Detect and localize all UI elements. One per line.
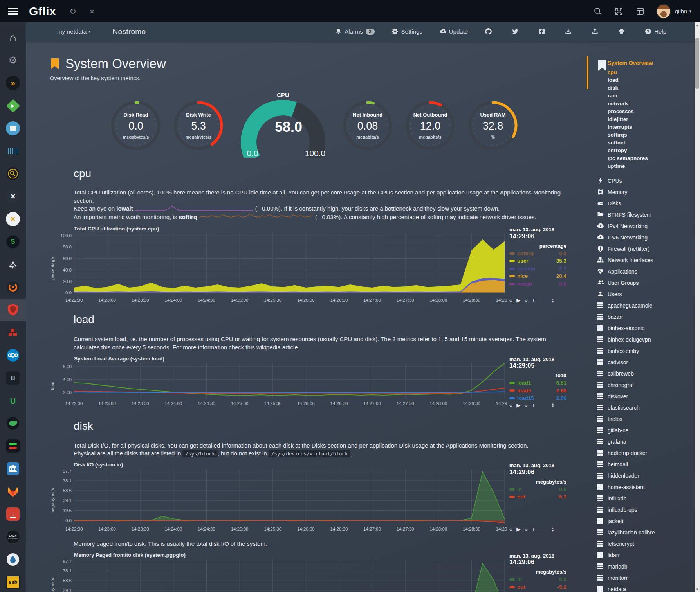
menu-app-monitorr[interactable]: monitorr (597, 572, 695, 583)
chart-plot-area[interactable]: 97.778.158.639.119.50.014:22:3014:23:001… (55, 559, 507, 592)
chart-pan-forward-button[interactable]: » (525, 526, 527, 532)
menu-app-hiddenloader[interactable]: hiddenloader (597, 470, 695, 481)
alarms-button[interactable]: Alarms 2 (335, 28, 374, 35)
sidebar-app-app-search[interactable] (0, 162, 26, 185)
facebook-button[interactable] (538, 28, 548, 35)
sidebar-app-deluge[interactable] (0, 548, 26, 571)
menu-app-influxdb-ups[interactable]: influxdb-ups (597, 504, 695, 515)
menu-app-jackett[interactable]: jackett (597, 515, 695, 527)
chart-zoom-in-button[interactable]: + (532, 402, 535, 408)
chart-resize-handle[interactable]: ▴▾ (552, 527, 554, 532)
sidebar-app-app-green-u[interactable]: ∪ (0, 389, 26, 412)
chart-pan-forward-button[interactable]: » (525, 402, 527, 408)
page-scrollbar[interactable]: ▲ ▼ (695, 22, 700, 592)
help-button[interactable]: ? Help (645, 28, 666, 35)
twitter-button[interactable] (512, 28, 521, 35)
import-button[interactable] (565, 28, 574, 35)
chart-resize-handle[interactable]: ▴▾ (552, 298, 554, 303)
chart-play-button[interactable]: ▶ (516, 526, 520, 532)
chart-play-button[interactable]: ▶ (516, 297, 520, 303)
menu-app-apacheguacamole[interactable]: apacheguacamole (597, 300, 695, 311)
chart-resize-handle[interactable]: ▴▾ (552, 403, 554, 407)
export-button[interactable] (592, 28, 601, 35)
tab-editor-icon[interactable] (636, 7, 644, 16)
menu-app-elasticsearch[interactable]: elasticsearch (597, 402, 695, 413)
chart-play-button[interactable]: ▶ (516, 402, 520, 408)
user-menu[interactable]: gilbn (675, 8, 687, 14)
chart-plot-area[interactable]: 97.778.158.639.119.50.014:22:3014:23:001… (55, 469, 507, 533)
menu-app-home-assistant[interactable]: home-assistant (597, 481, 695, 493)
menu-section-user-groups[interactable]: User Groups (597, 277, 695, 288)
menu-section-ipv6-networking[interactable]: IPv6 Networking (597, 232, 695, 243)
sidebar-app-unraid[interactable]: u (0, 367, 26, 389)
menu-app-mariadb[interactable]: mariadb (597, 561, 695, 572)
sidebar-app-app-blue-media[interactable] (0, 117, 26, 140)
menu-item-softnet[interactable]: softnet (597, 139, 695, 147)
sidebar-app-app-red-cubes[interactable] (0, 321, 26, 344)
legend-item-in[interactable]: in 0.0 (509, 486, 566, 493)
chart-pan-forward-button[interactable]: » (525, 297, 527, 303)
menu-app-binhex-airsonic[interactable]: binhex-airsonic (597, 322, 695, 334)
menu-section-users[interactable]: Users (597, 288, 695, 300)
chart-plot-area[interactable]: 6.004.002.0014:22:3014:23:0014:23:3014:2… (55, 363, 507, 407)
menu-section-cpus[interactable]: CPUs (597, 175, 695, 186)
sidebar-app-home[interactable]: ⌂ (0, 26, 26, 49)
sidebar-app-emby[interactable]: ▶ (0, 94, 26, 117)
menu-section-ipv4-networking[interactable]: IPv4 Networking (597, 220, 695, 232)
host-selector[interactable]: my-netdata▾ (57, 28, 91, 35)
legend-item-load15[interactable]: load15 2.06 (509, 394, 566, 402)
hamburger-menu-icon[interactable] (8, 8, 18, 15)
chart-zoom-in-button[interactable]: + (532, 297, 535, 303)
menu-section-network-interfaces[interactable]: Network Interfaces (597, 254, 695, 266)
menu-section-disks[interactable]: Disks (597, 198, 695, 209)
menu-app-letsencrypt[interactable]: letsencrypt (597, 538, 695, 549)
legend-item-in[interactable]: in 0.0 (509, 576, 566, 583)
scroll-up-arrow[interactable]: ▲ (695, 22, 700, 28)
menu-app-hddtemp-docker[interactable]: hddtemp-docker (597, 447, 695, 459)
legend-item-out[interactable]: out -5.2 (509, 583, 566, 591)
close-tab-icon[interactable]: × (90, 7, 94, 16)
menu-item-ram[interactable]: ram (597, 92, 695, 100)
refresh-icon[interactable]: ↻ (69, 7, 76, 16)
sidebar-app-app-red-download[interactable]: ↓ (0, 503, 26, 525)
menu-app-binhex-delugevpn[interactable]: binhex-delugevpn (597, 334, 695, 345)
menu-app-binhex-emby[interactable]: binhex-emby (597, 345, 695, 356)
menu-item-entropy[interactable]: entropy (597, 147, 695, 155)
legend-item-system[interactable]: system 2.3 (509, 265, 566, 273)
menu-app-lidarr[interactable]: lidarr (597, 549, 695, 561)
legend-item-softirq[interactable]: softirq 0.0 (509, 250, 566, 257)
menu-app-firefox[interactable]: firefox (597, 413, 695, 425)
menu-item-disk[interactable]: disk (597, 84, 695, 92)
menu-item-load[interactable]: load (597, 76, 695, 84)
menu-item-ipc-semaphores[interactable]: ipc semaphores (597, 155, 695, 162)
sidebar-app-app-x-white[interactable]: × (0, 185, 26, 208)
sidebar-app-app-soundwave[interactable] (0, 140, 26, 162)
sidebar-app-plex[interactable]: » (0, 72, 26, 94)
scrollbar-thumb[interactable] (695, 38, 699, 89)
sidebar-app-lazylibrarian[interactable]: LAZYlibrarian (0, 525, 26, 548)
menu-app-netdata[interactable]: netdata (597, 583, 695, 592)
chart-zoom-out-button[interactable]: − (539, 297, 542, 303)
menu-app-gitlab-ce[interactable]: gitlab-ce (597, 425, 695, 436)
chart-zoom-out-button[interactable]: − (539, 402, 542, 408)
menu-app-chronograf[interactable]: chronograf (597, 379, 695, 390)
search-icon[interactable] (594, 7, 602, 16)
print-button[interactable] (618, 28, 628, 35)
fullscreen-icon[interactable] (615, 7, 623, 16)
legend-item-load5[interactable]: load5 2.68 (509, 387, 566, 395)
menu-section-system-overview[interactable]: System Overview (597, 57, 695, 68)
menu-app-grafana[interactable]: grafana (597, 436, 695, 447)
sidebar-app-app-turtle[interactable] (0, 412, 26, 435)
sidebar-app-nextcloud[interactable] (0, 344, 26, 367)
menu-app-bazarr[interactable]: bazarr (597, 311, 695, 322)
sidebar-app-app-green-s[interactable]: S (0, 230, 26, 253)
chart-pan-backward-button[interactable]: « (509, 526, 512, 532)
menu-section-applications[interactable]: Applications (597, 266, 695, 277)
avatar[interactable] (656, 4, 671, 19)
menu-app-heimdall[interactable]: heimdall (597, 459, 695, 470)
menu-app-calibreweb[interactable]: calibreweb (597, 368, 695, 379)
sidebar-app-app-blue-building[interactable] (0, 457, 26, 480)
legend-item-out[interactable]: out -5.3 (509, 493, 566, 501)
sidebar-app-gitlab[interactable] (0, 480, 26, 503)
menu-app-lazylibrarian-calibre[interactable]: lazylibrarian-calibre (597, 527, 695, 538)
